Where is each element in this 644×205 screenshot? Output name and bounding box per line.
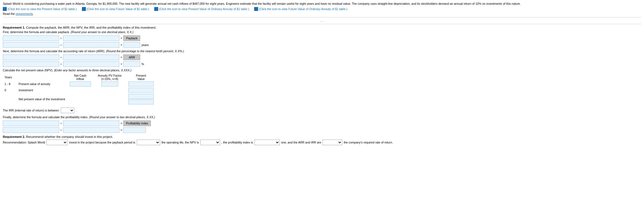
payback-formula-row-2: ÷ = years: [3, 42, 641, 48]
pi-answer[interactable]: [123, 127, 146, 133]
table-icon-2: [82, 7, 86, 11]
col-header-years: Years: [3, 74, 17, 81]
npv-present-1[interactable]: [128, 81, 154, 86]
pi-eq-1: =: [120, 122, 122, 125]
col-header-netcash: Net Cash Inflow: [68, 74, 93, 81]
arr-formula-row-2: ÷ = %: [3, 61, 641, 67]
col-header-present: Present Value: [127, 74, 155, 81]
pi-input-1a[interactable]: [3, 120, 59, 126]
rate-text: the company's required rate of return.: [344, 141, 393, 144]
pi-op-1: ÷: [60, 122, 62, 125]
npv-table-container: Years Net Cash Inflow Annuity PV Factor …: [3, 74, 641, 105]
payback-input-1b[interactable]: [63, 35, 119, 41]
pi-input-1b[interactable]: [63, 120, 119, 126]
table-icon-3: [154, 7, 158, 11]
divider-2: [3, 24, 641, 24]
dots-row: .....: [3, 19, 641, 22]
pi-instruction: Finally, determine the formula and calcu…: [3, 115, 641, 119]
npv-present-3b[interactable]: [128, 99, 154, 104]
npv-years-1: 1 - 8: [3, 81, 17, 87]
npv-row-annuity: 1 - 8 Present value of annuity: [3, 81, 155, 87]
payback-input-2a[interactable]: [3, 42, 59, 48]
percent-label: %: [141, 62, 144, 66]
payback-input-2b[interactable]: [63, 42, 119, 48]
table-icon-1: [3, 7, 7, 11]
read-requirements: Read the requirements.: [3, 12, 641, 15]
fv-annuity-label: (Click the icon to view Future Value of …: [259, 7, 347, 11]
payback-instruction: First, determine the formula and calcula…: [3, 30, 641, 34]
pv-annuity-label: (Click the icon to view Present Value of…: [159, 7, 249, 11]
arr-input-1b[interactable]: [63, 54, 119, 60]
npv-table: Years Net Cash Inflow Annuity PV Factor …: [3, 74, 155, 105]
req1-section: Requirement 1. Compute the payback, the …: [3, 26, 641, 133]
pi-formula-row-1: ÷ = Profitability index: [3, 120, 641, 126]
arr-instruction: Next, determine the formula and calculat…: [3, 49, 641, 53]
arr-formula-row-1: ÷ = ARR: [3, 54, 641, 60]
pv1-label: (Click the icon to view the Present Valu…: [8, 7, 77, 11]
arr-eq-1: =: [120, 56, 122, 59]
fv1-label: (Click the icon to view Future Value of …: [87, 7, 149, 11]
payback-eq-1: =: [120, 37, 122, 40]
pv-annuity-link[interactable]: (Click the icon to view Present Value of…: [154, 7, 249, 11]
fv-annuity-link[interactable]: (Click the icon to view Future Value of …: [254, 7, 347, 11]
payback-op-2: ÷: [60, 43, 62, 47]
pi-input-2b[interactable]: [63, 127, 119, 133]
requirements-link[interactable]: requirements: [16, 12, 33, 15]
irr-row: The IRR (internal rate of return) is bet…: [3, 108, 641, 113]
npv-label-3: Net present value of the investment: [17, 93, 68, 105]
arr-label: ARR: [123, 54, 140, 60]
payback-eq-2: =: [120, 43, 122, 47]
payback-input-1a[interactable]: [3, 35, 59, 41]
npv-label-2: Investment: [17, 87, 68, 93]
npv-row-investment: 0 Investment: [3, 87, 155, 93]
pv1-link[interactable]: (Click the icon to view the Present Valu…: [3, 7, 77, 11]
pi-compare-dropdown[interactable]: greater than less than equal to: [254, 140, 280, 145]
npv-years-2: 0: [3, 87, 17, 93]
invest-text: invest in the project because the paybac…: [69, 141, 135, 144]
npv-present-3a[interactable]: [128, 94, 154, 99]
arr-irr-compare-dropdown[interactable]: above below equal to: [323, 140, 342, 145]
divider-1: [3, 17, 641, 17]
rec-label: Recommendation: Splash World: [3, 141, 45, 144]
npv-annuity-1[interactable]: [101, 81, 118, 86]
table-icon-4: [254, 7, 258, 11]
irr-dot: .: [76, 109, 77, 112]
req1-title: Requirement 1. Compute the payback, the …: [3, 26, 641, 29]
fv1-link[interactable]: (Click the icon to view Future Value of …: [82, 7, 149, 11]
arr-eq-2: =: [120, 62, 122, 66]
req2-section: Requirement 2. Recommend whether the com…: [3, 135, 641, 145]
arr-op-1: ÷: [60, 56, 62, 59]
req2-title: Requirement 2. Recommend whether the com…: [3, 135, 641, 138]
years-label: years: [141, 43, 149, 47]
arr-input-2a[interactable]: [3, 61, 59, 67]
npv-row-npv: Net present value of the investment: [3, 93, 155, 105]
arr-op-2: ÷: [60, 62, 62, 66]
irr-text: The IRR (internal rate of return) is bet…: [3, 109, 59, 112]
splash-world-dropdown[interactable]: should should not: [46, 140, 68, 145]
one-text: one, and the ARR and IRR are: [281, 141, 321, 144]
payback-compare-dropdown[interactable]: less than greater than equal to: [137, 140, 160, 145]
payback-op-1: ÷: [60, 37, 62, 40]
col-header-annuity: Annuity PV Factor (i=10%, n=8): [93, 74, 127, 81]
req2-recommendation: Recommendation: Splash World should shou…: [3, 140, 641, 145]
payback-formula-row-1: ÷ = Payback: [3, 35, 641, 41]
npv-label-1: Present value of annuity: [17, 81, 68, 87]
arr-input-2b[interactable]: [63, 61, 119, 67]
pi-formula-row-2: ÷ =: [3, 127, 641, 133]
arr-answer[interactable]: [123, 61, 140, 67]
pi-eq-2: =: [120, 128, 122, 132]
npv-compare-dropdown[interactable]: positive negative zero: [200, 140, 220, 145]
payback-answer[interactable]: [123, 42, 140, 48]
arr-input-1a[interactable]: [3, 54, 59, 60]
npv-instruction: Calculate the net present value (NPV). (…: [3, 69, 641, 72]
pi-label: Profitability index: [123, 120, 151, 126]
irr-between-dropdown[interactable]: 10% 12% 14% 16%: [61, 108, 74, 113]
pi-input-2a[interactable]: [3, 127, 59, 133]
intro-text: Splash World is considering purchasing a…: [3, 2, 641, 6]
npv-netcash-1[interactable]: [70, 81, 91, 86]
life-text: the operating life, the NPV is: [162, 141, 199, 144]
pi-op-2: ÷: [60, 128, 62, 132]
payback-label: Payback: [123, 35, 140, 41]
npv-present-3-container: [128, 94, 154, 105]
npv-present-2[interactable]: [128, 88, 154, 93]
